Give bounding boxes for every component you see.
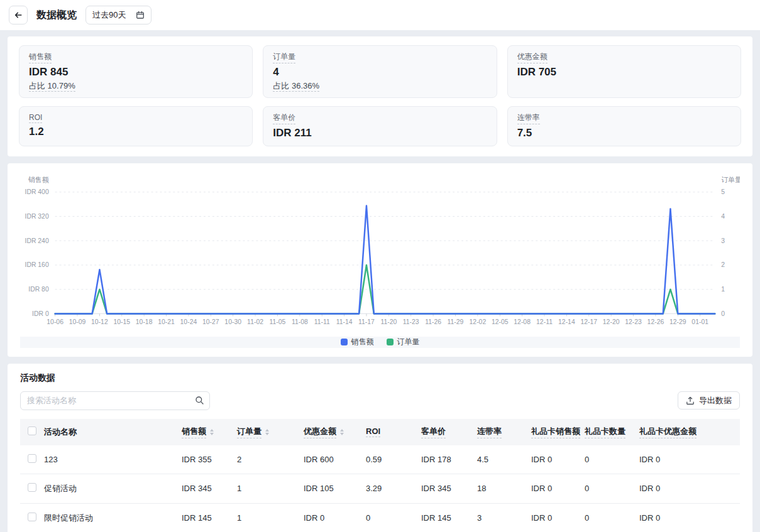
svg-text:10-21: 10-21 [158, 318, 175, 325]
svg-text:销售额: 销售额 [28, 175, 49, 183]
cell-name: 限时促销活动 [44, 503, 182, 532]
cell-giftcard-sales: IDR 0 [531, 503, 585, 532]
cell-orders: 2 [237, 445, 304, 474]
svg-text:10-06: 10-06 [47, 318, 63, 325]
stat-value: 1.2 [29, 125, 243, 138]
date-range-picker[interactable]: 过去90天 [85, 6, 151, 24]
cell-sales: IDR 355 [182, 445, 237, 474]
svg-text:12-20: 12-20 [603, 318, 620, 325]
row-checkbox[interactable] [28, 513, 36, 521]
table-row[interactable]: 123 IDR 355 2 IDR 600 0.59 IDR 178 4.5 I… [20, 445, 740, 474]
legend-label: 销售额 [351, 337, 374, 347]
legend-item-sales[interactable]: 销售额 [341, 337, 374, 347]
chart-legend: 销售额 订单量 [20, 337, 740, 348]
sort-control-discount[interactable] [340, 429, 344, 435]
row-checkbox[interactable] [28, 483, 36, 492]
table-row[interactable]: 限时促销活动 IDR 145 1 IDR 0 0 IDR 145 3 IDR 0… [20, 503, 740, 532]
col-header-giftcard-discount: 礼品卡优惠金额 [639, 426, 697, 438]
svg-text:10-12: 10-12 [91, 318, 108, 325]
export-label: 导出数据 [699, 395, 732, 406]
cell-giftcard-count: 0 [585, 474, 639, 503]
stat-label: 连带率 [517, 112, 540, 124]
date-range-label: 过去90天 [92, 9, 126, 21]
cell-name: 促销活动 [44, 474, 182, 503]
stat-sub: 占比 10.79% [29, 81, 75, 92]
svg-text:11-14: 11-14 [336, 318, 353, 325]
svg-text:11-17: 11-17 [358, 318, 375, 325]
cell-attach-rate: 18 [477, 474, 531, 503]
stat-tile-roi: ROI 1.2 [19, 106, 253, 146]
svg-text:12-14: 12-14 [558, 318, 575, 325]
svg-text:10-30: 10-30 [224, 318, 241, 325]
svg-text:10-09: 10-09 [69, 318, 86, 325]
cell-giftcard-count: 0 [585, 445, 639, 474]
export-data-button[interactable]: 导出数据 [678, 391, 740, 410]
select-all-checkbox[interactable] [28, 426, 36, 435]
cell-roi: 0.59 [366, 445, 421, 474]
search-input[interactable] [20, 391, 210, 410]
col-header-giftcard-count: 礼品卡数量 [585, 426, 625, 438]
row-checkbox[interactable] [28, 454, 36, 463]
search-icon[interactable] [195, 396, 204, 405]
legend-swatch-blue [341, 339, 348, 345]
svg-text:12-17: 12-17 [580, 318, 597, 325]
activity-table: 活动名称 销售额 订单量 优惠金额 ROI 客单价 连带率 礼品卡销售额 礼品卡… [20, 419, 740, 532]
arrow-left-icon [13, 10, 23, 20]
svg-text:IDR 0: IDR 0 [32, 310, 49, 317]
stat-tile-attach-rate: 连带率 7.5 [507, 106, 741, 146]
cell-discount: IDR 600 [304, 445, 366, 474]
col-header-name: 活动名称 [44, 426, 77, 438]
cell-roi: 3.29 [366, 474, 421, 503]
svg-text:11-29: 11-29 [448, 318, 464, 325]
stat-tile-sales: 销售额 IDR 845 占比 10.79% [19, 45, 253, 98]
sales-orders-chart[interactable]: IDR 4005IDR 3204IDR 2403IDR 1602IDR 801I… [20, 173, 740, 332]
stat-value: IDR 845 [29, 65, 243, 79]
stat-label: ROI [29, 113, 42, 123]
cell-giftcard-count: 0 [585, 503, 639, 532]
svg-text:11-02: 11-02 [247, 318, 263, 325]
svg-text:10-18: 10-18 [136, 318, 153, 325]
stat-label: 优惠金额 [517, 52, 548, 63]
summary-stats-card: 销售额 IDR 845 占比 10.79% 订单量 4 占比 36.36% 优惠… [8, 36, 752, 156]
stat-label: 客单价 [273, 112, 295, 124]
cell-orders: 1 [237, 474, 304, 503]
section-title: 活动数据 [20, 372, 740, 384]
legend-swatch-green [387, 339, 394, 345]
cell-discount: IDR 0 [304, 503, 366, 532]
table-row[interactable]: 促销活动 IDR 345 1 IDR 105 3.29 IDR 345 18 I… [20, 474, 740, 503]
svg-text:11-05: 11-05 [270, 318, 286, 325]
cell-roi: 0 [366, 503, 421, 532]
stat-label: 订单量 [273, 52, 295, 63]
svg-text:12-05: 12-05 [492, 318, 509, 325]
back-button[interactable] [9, 6, 28, 24]
legend-item-orders[interactable]: 订单量 [387, 337, 420, 347]
svg-text:IDR 240: IDR 240 [25, 237, 49, 244]
cell-attach-rate: 4.5 [477, 445, 531, 474]
stat-value: 4 [273, 65, 487, 79]
svg-text:10-27: 10-27 [202, 318, 219, 325]
cell-name: 123 [44, 445, 182, 474]
svg-text:11-20: 11-20 [380, 318, 397, 325]
sort-control-sales[interactable] [210, 429, 214, 435]
svg-text:IDR 160: IDR 160 [25, 261, 49, 268]
stat-tile-orders: 订单量 4 占比 36.36% [263, 45, 497, 98]
stat-label: 销售额 [29, 52, 52, 63]
svg-text:11-08: 11-08 [292, 318, 308, 325]
cell-orders: 1 [237, 503, 304, 532]
table-toolbar: 导出数据 [20, 391, 740, 410]
svg-text:12-26: 12-26 [647, 318, 664, 325]
search-box [20, 391, 210, 410]
sort-control-orders[interactable] [265, 429, 269, 435]
svg-text:2: 2 [721, 261, 725, 268]
svg-text:订单量: 订单量 [721, 175, 740, 183]
svg-text:3: 3 [721, 237, 725, 244]
svg-text:11-11: 11-11 [314, 318, 330, 325]
svg-text:10-24: 10-24 [180, 318, 197, 325]
col-header-giftcard-sales: 礼品卡销售额 [531, 426, 580, 438]
col-header-orders: 订单量 [237, 426, 262, 438]
top-bar: 数据概览 过去90天 [0, 0, 760, 30]
table-header-row: 活动名称 销售额 订单量 优惠金额 ROI 客单价 连带率 礼品卡销售额 礼品卡… [20, 419, 740, 445]
svg-text:10-15: 10-15 [113, 318, 130, 325]
col-header-sales: 销售额 [182, 426, 206, 438]
cell-avg-price: IDR 345 [421, 474, 477, 503]
